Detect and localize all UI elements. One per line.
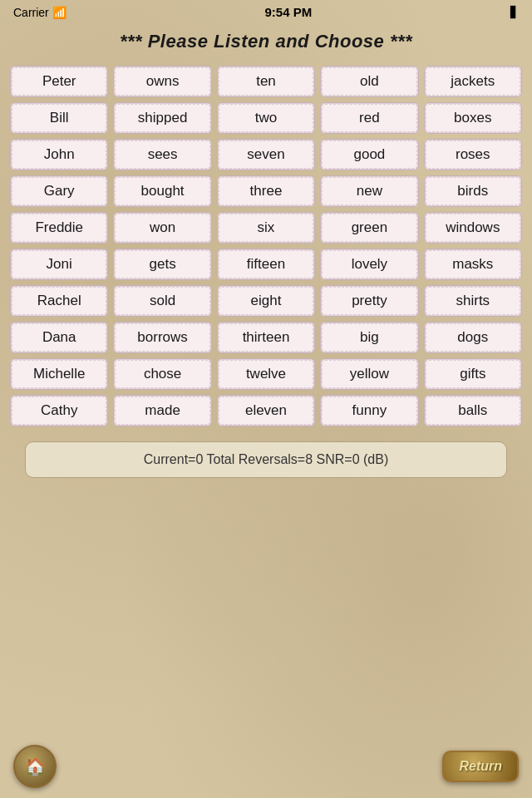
status-display: Current=0 Total Reversals=8 SNR=0 (dB) bbox=[25, 441, 507, 478]
word-cell[interactable]: fifteen bbox=[217, 249, 315, 280]
word-cell[interactable]: sees bbox=[113, 139, 211, 170]
word-cell[interactable]: Freddie bbox=[10, 212, 108, 244]
word-cell[interactable]: ten bbox=[217, 66, 315, 97]
word-grid: PeterownstenoldjacketsBillshippedtworedb… bbox=[0, 66, 532, 426]
word-cell[interactable]: new bbox=[320, 175, 418, 207]
clock: 9:54 PM bbox=[265, 5, 313, 19]
word-cell[interactable]: birds bbox=[424, 175, 522, 207]
word-cell[interactable]: Bill bbox=[10, 102, 108, 134]
word-cell[interactable]: yellow bbox=[320, 358, 418, 390]
word-cell[interactable]: twelve bbox=[217, 358, 315, 390]
word-cell[interactable]: roses bbox=[424, 139, 522, 170]
word-cell[interactable]: borrows bbox=[113, 322, 211, 353]
word-cell[interactable]: Rachel bbox=[10, 285, 108, 317]
wifi-icon: 📶 bbox=[52, 6, 66, 19]
word-cell[interactable]: green bbox=[320, 212, 418, 244]
status-bar: Carrier 📶 9:54 PM ▋ bbox=[0, 0, 532, 22]
word-cell[interactable]: made bbox=[113, 395, 211, 426]
word-cell[interactable]: good bbox=[320, 139, 418, 170]
carrier-label: Carrier bbox=[13, 6, 49, 19]
word-cell[interactable]: pretty bbox=[320, 285, 418, 317]
word-cell[interactable]: six bbox=[217, 212, 315, 244]
word-cell[interactable]: owns bbox=[113, 66, 211, 97]
word-cell[interactable]: jackets bbox=[424, 66, 522, 97]
home-button[interactable]: 🏠 bbox=[13, 745, 57, 788]
word-cell[interactable]: funny bbox=[320, 395, 418, 426]
word-cell[interactable]: shipped bbox=[113, 102, 211, 134]
word-cell[interactable]: Cathy bbox=[10, 395, 108, 426]
word-cell[interactable]: chose bbox=[113, 358, 211, 390]
word-cell[interactable]: eleven bbox=[217, 395, 315, 426]
battery-icon: ▋ bbox=[510, 6, 519, 18]
word-cell[interactable]: Dana bbox=[10, 322, 108, 353]
word-cell[interactable]: sold bbox=[113, 285, 211, 317]
word-cell[interactable]: gifts bbox=[424, 358, 522, 390]
word-cell[interactable]: bought bbox=[113, 175, 211, 207]
word-cell[interactable]: three bbox=[217, 175, 315, 207]
word-cell[interactable]: Gary bbox=[10, 175, 108, 207]
word-cell[interactable]: windows bbox=[424, 212, 522, 244]
word-cell[interactable]: masks bbox=[424, 249, 522, 280]
word-cell[interactable]: two bbox=[217, 102, 315, 134]
home-icon: 🏠 bbox=[25, 756, 46, 776]
word-cell[interactable]: eight bbox=[217, 285, 315, 317]
word-cell[interactable]: won bbox=[113, 212, 211, 244]
word-cell[interactable]: Peter bbox=[10, 66, 108, 97]
bottom-bar: 🏠 Return bbox=[0, 745, 532, 788]
word-cell[interactable]: Joni bbox=[10, 249, 108, 280]
word-cell[interactable]: gets bbox=[113, 249, 211, 280]
word-cell[interactable]: thirteen bbox=[217, 322, 315, 353]
word-cell[interactable]: John bbox=[10, 139, 108, 170]
word-cell[interactable]: seven bbox=[217, 139, 315, 170]
page-title: *** Please Listen and Choose *** bbox=[17, 31, 515, 52]
word-cell[interactable]: old bbox=[320, 66, 418, 97]
word-cell[interactable]: big bbox=[320, 322, 418, 353]
word-cell[interactable]: shirts bbox=[424, 285, 522, 317]
return-button[interactable]: Return bbox=[442, 751, 519, 782]
word-cell[interactable]: dogs bbox=[424, 322, 522, 353]
word-cell[interactable]: lovely bbox=[320, 249, 418, 280]
word-cell[interactable]: boxes bbox=[424, 102, 522, 134]
word-cell[interactable]: balls bbox=[424, 395, 522, 426]
carrier-info: Carrier 📶 bbox=[13, 6, 66, 19]
word-cell[interactable]: Michelle bbox=[10, 358, 108, 390]
word-cell[interactable]: red bbox=[320, 102, 418, 134]
